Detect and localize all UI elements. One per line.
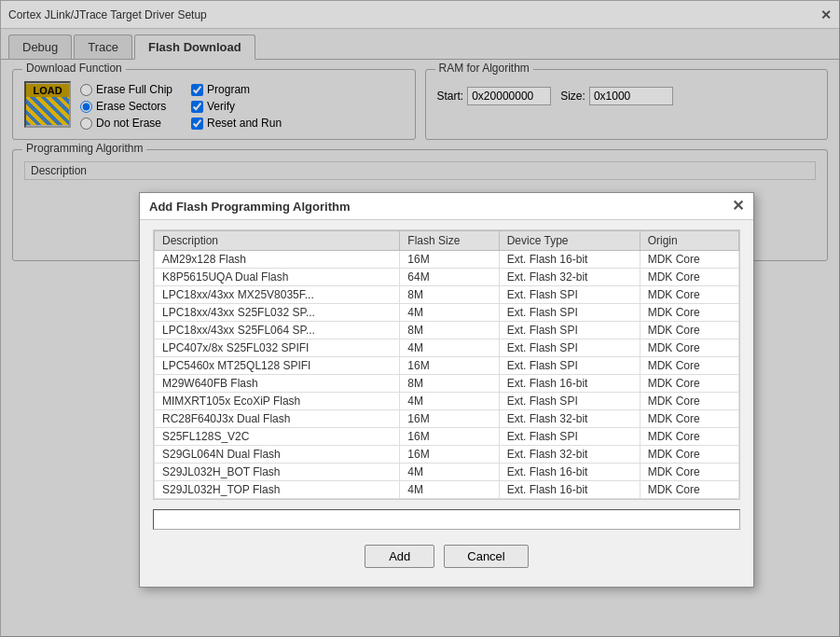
add-button[interactable]: Add [365,545,434,568]
cell-description-9: RC28F640J3x Dual Flash [155,410,400,428]
cell-flash_size-3: 4M [400,304,499,322]
flash-table-header-row: Description Flash Size Device Type Origi… [155,231,739,251]
cell-flash_size-0: 16M [400,251,499,269]
cell-origin-7: MDK Core [640,375,738,393]
cell-description-8: MIMXRT105x EcoXiP Flash [155,393,400,410]
cell-origin-1: MDK Core [640,269,738,286]
modal-buttons: Add Cancel [153,539,740,577]
cell-flash_size-2: 8M [400,286,499,304]
cancel-button[interactable]: Cancel [444,545,528,568]
cell-device_type-3: Ext. Flash SPI [499,304,640,322]
cell-description-6: LPC5460x MT25QL128 SPIFI [155,357,400,375]
flash-table-row[interactable]: MIMXRT105x EcoXiP Flash4MExt. Flash SPIM… [155,393,739,410]
modal-close-button[interactable]: ✕ [732,199,744,214]
flash-table-row[interactable]: LPC18xx/43xx S25FL064 SP...8MExt. Flash … [155,322,739,339]
cell-flash_size-7: 8M [400,375,499,393]
col-header-origin: Origin [640,231,738,251]
cell-description-12: S29JL032H_BOT Flash [155,464,400,481]
cell-origin-9: MDK Core [640,410,738,428]
cell-description-13: S29JL032H_TOP Flash [155,481,400,499]
modal-body: Description Flash Size Device Type Origi… [140,220,753,587]
flash-table-row[interactable]: S29JL032H_TOP Flash4MExt. Flash 16-bitMD… [155,481,739,499]
col-header-flash-size: Flash Size [400,231,499,251]
algorithm-path-input[interactable] [153,509,740,530]
flash-table-row[interactable]: RC28F640J3x Dual Flash16MExt. Flash 32-b… [155,410,739,428]
cell-flash_size-9: 16M [400,410,499,428]
cell-device_type-7: Ext. Flash 16-bit [499,375,640,393]
add-flash-algorithm-dialog: Add Flash Programming Algorithm ✕ Descri… [139,192,754,588]
cell-device_type-0: Ext. Flash 16-bit [499,251,640,269]
cell-origin-0: MDK Core [640,251,738,269]
cell-device_type-8: Ext. Flash SPI [499,393,640,410]
cell-device_type-6: Ext. Flash SPI [499,357,640,375]
cell-device_type-2: Ext. Flash SPI [499,286,640,304]
cell-description-0: AM29x128 Flash [155,251,400,269]
cell-flash_size-5: 4M [400,339,499,357]
flash-table-row[interactable]: S29GL064N Dual Flash16MExt. Flash 32-bit… [155,446,739,464]
cell-description-4: LPC18xx/43xx S25FL064 SP... [155,322,400,339]
flash-table-row[interactable]: LPC5460x MT25QL128 SPIFI16MExt. Flash SP… [155,357,739,375]
flash-table-row[interactable]: K8P5615UQA Dual Flash64MExt. Flash 32-bi… [155,269,739,286]
cell-description-7: M29W640FB Flash [155,375,400,393]
modal-input-row [153,509,740,530]
cell-description-3: LPC18xx/43xx S25FL032 SP... [155,304,400,322]
cell-device_type-13: Ext. Flash 16-bit [499,481,640,499]
cell-device_type-12: Ext. Flash 16-bit [499,464,640,481]
cell-flash_size-4: 8M [400,322,499,339]
cell-origin-12: MDK Core [640,464,738,481]
flash-table-row[interactable]: AM29x128 Flash16MExt. Flash 16-bitMDK Co… [155,251,739,269]
flash-table-body: AM29x128 Flash16MExt. Flash 16-bitMDK Co… [155,251,739,499]
cell-origin-5: MDK Core [640,339,738,357]
cell-origin-8: MDK Core [640,393,738,410]
cell-origin-10: MDK Core [640,428,738,446]
cell-flash_size-12: 4M [400,464,499,481]
cell-flash_size-6: 16M [400,357,499,375]
flash-table-row[interactable]: LPC18xx/43xx S25FL032 SP...4MExt. Flash … [155,304,739,322]
cell-device_type-1: Ext. Flash 32-bit [499,269,640,286]
cell-flash_size-13: 4M [400,481,499,499]
cell-origin-3: MDK Core [640,304,738,322]
cell-description-1: K8P5615UQA Dual Flash [155,269,400,286]
cell-origin-6: MDK Core [640,357,738,375]
cell-flash_size-10: 16M [400,428,499,446]
cell-description-10: S25FL128S_V2C [155,428,400,446]
cell-flash_size-1: 64M [400,269,499,286]
cell-description-2: LPC18xx/43xx MX25V8035F... [155,286,400,304]
flash-table-row[interactable]: S25FL128S_V2C16MExt. Flash SPIMDK Core [155,428,739,446]
col-header-description: Description [155,231,400,251]
cell-device_type-4: Ext. Flash SPI [499,322,640,339]
flash-table-head: Description Flash Size Device Type Origi… [155,231,739,251]
cell-flash_size-8: 4M [400,393,499,410]
cell-device_type-9: Ext. Flash 32-bit [499,410,640,428]
flash-table-row[interactable]: LPC407x/8x S25FL032 SPIFI4MExt. Flash SP… [155,339,739,357]
cell-origin-4: MDK Core [640,322,738,339]
cell-description-11: S29GL064N Dual Flash [155,446,400,464]
cell-origin-13: MDK Core [640,481,738,499]
flash-table-row[interactable]: M29W640FB Flash8MExt. Flash 16-bitMDK Co… [155,375,739,393]
cell-description-5: LPC407x/8x S25FL032 SPIFI [155,339,400,357]
flash-table-row[interactable]: S29JL032H_BOT Flash4MExt. Flash 16-bitMD… [155,464,739,481]
flash-table-container[interactable]: Description Flash Size Device Type Origi… [153,229,740,500]
cell-device_type-11: Ext. Flash 32-bit [499,446,640,464]
flash-table: Description Flash Size Device Type Origi… [154,230,739,499]
cell-origin-11: MDK Core [640,446,738,464]
modal-title-bar: Add Flash Programming Algorithm ✕ [140,193,753,220]
cell-flash_size-11: 16M [400,446,499,464]
cell-device_type-10: Ext. Flash SPI [499,428,640,446]
cell-device_type-5: Ext. Flash SPI [499,339,640,357]
flash-table-row[interactable]: LPC18xx/43xx MX25V8035F...8MExt. Flash S… [155,286,739,304]
main-window: Cortex JLink/JTrace Target Driver Setup … [0,0,840,637]
col-header-device-type: Device Type [499,231,640,251]
modal-title: Add Flash Programming Algorithm [149,200,350,214]
cell-origin-2: MDK Core [640,286,738,304]
